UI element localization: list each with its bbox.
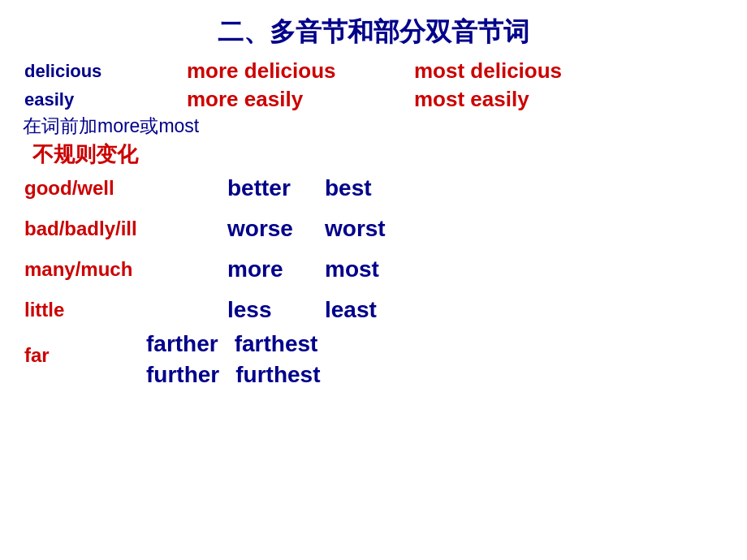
base-little: little xyxy=(24,299,64,321)
sup-good: best xyxy=(325,175,372,200)
comp-good: better xyxy=(227,175,291,200)
sup-bad: worst xyxy=(325,216,386,241)
comp-little: less xyxy=(227,297,272,322)
rule-line1: 在词前加more或most xyxy=(0,114,747,139)
comp-easily: more easily xyxy=(187,87,303,111)
page-title: 二、多音节和部分双音节词 xyxy=(0,0,747,50)
sup-many: most xyxy=(325,256,379,282)
comp-further: further xyxy=(146,362,219,388)
comp-farther: farther xyxy=(146,331,218,357)
sup-farthest: farthest xyxy=(235,331,318,357)
sup-little: least xyxy=(325,297,377,322)
base-word-easily: easily xyxy=(24,89,74,110)
base-word-delicious: delicious xyxy=(24,61,101,81)
base-many: many/much xyxy=(24,258,132,280)
sup-furthest: furthest xyxy=(235,362,320,388)
comp-delicious: more delicious xyxy=(187,58,336,83)
sup-delicious: most delicious xyxy=(414,58,562,83)
comp-bad: worse xyxy=(227,216,293,241)
irregular-label: 不规则变化 xyxy=(0,140,747,169)
comp-many: more xyxy=(227,256,283,282)
base-bad: bad/badly/ill xyxy=(24,218,137,239)
base-far: far xyxy=(24,344,50,366)
base-good: good/well xyxy=(24,177,114,199)
sup-easily: most easily xyxy=(414,87,529,111)
